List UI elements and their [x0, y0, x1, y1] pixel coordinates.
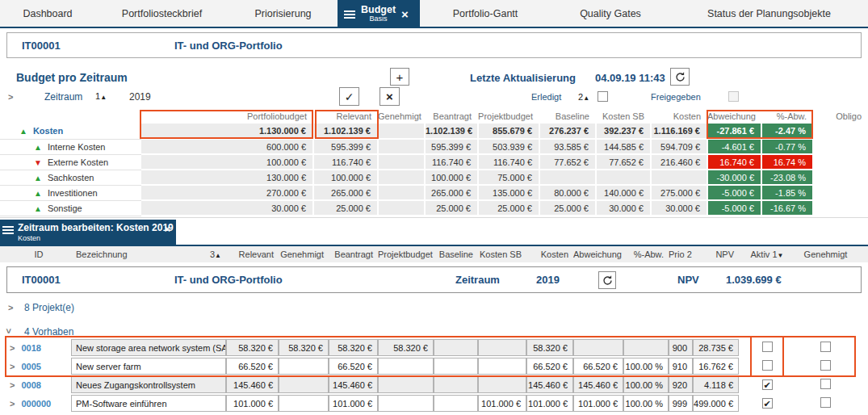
dcol-aktiv[interactable]: Aktiv 1▼ [739, 248, 795, 261]
bezeichnung-sort-indicator[interactable]: 3▲ [210, 249, 221, 259]
zeitraum-value[interactable]: 2019 [129, 91, 151, 103]
tab-dashboard[interactable]: Dashboard [0, 0, 95, 27]
col-obligo[interactable]: Obligo [813, 111, 868, 124]
zeitraum-sort-indicator[interactable]: 1▲ [95, 91, 107, 101]
cell[interactable] [434, 358, 478, 375]
cell[interactable]: 66.520 € [573, 358, 623, 375]
item-id-link[interactable]: 0018 [21, 343, 40, 353]
cell[interactable]: 58.320 € [329, 339, 378, 356]
dcol-kosten[interactable]: Kosten [526, 248, 573, 261]
aktiv-checkbox[interactable] [762, 398, 773, 409]
col-relevant[interactable]: Relevant [313, 111, 378, 124]
confirm-button[interactable]: ✓ [339, 87, 359, 106]
tab-priorisierung[interactable]: Priorisierung [229, 0, 338, 27]
cell[interactable] [434, 376, 478, 393]
chevron-right-icon[interactable]: > [8, 92, 13, 102]
cell-npv[interactable]: 4.118 € [693, 376, 739, 393]
col-projektbudget[interactable]: Projektbudget [478, 111, 539, 124]
cell-npv[interactable]: 16.762 € [693, 358, 739, 375]
cell[interactable]: 101.000 € [329, 395, 378, 412]
row-label-kosten[interactable]: Kosten [33, 126, 63, 136]
cell-prio[interactable]: 900 [669, 339, 693, 356]
cell[interactable] [378, 376, 434, 393]
cell[interactable] [378, 358, 434, 375]
item-name-cell[interactable]: New storage area network system (SAN) [71, 339, 226, 356]
aktiv-checkbox[interactable] [762, 342, 773, 352]
zeitraum-label[interactable]: Zeitraum [44, 91, 82, 103]
cell[interactable]: 66.520 € [526, 358, 573, 375]
dcol-id[interactable]: ID [6, 248, 71, 261]
cell[interactable] [434, 395, 478, 412]
cancel-button[interactable]: × [379, 87, 400, 106]
hamburger-icon[interactable] [344, 10, 355, 19]
dcol-bezeichnung[interactable]: Bezeichnung3▲ [71, 248, 226, 261]
cell[interactable]: 101.000 € [226, 395, 279, 412]
row-label[interactable]: Sachkosten [48, 173, 94, 182]
dcol-abweichung[interactable]: Abweichung [573, 248, 623, 261]
dcol-projektbudget[interactable]: Projektbudget [378, 248, 434, 261]
cell[interactable]: 58.320 € [279, 339, 329, 356]
freigegeben-checkbox[interactable] [728, 91, 739, 102]
cell-npv[interactable]: 499.000 € [693, 395, 739, 412]
add-button[interactable]: + [390, 68, 409, 86]
erledigt-checkbox[interactable] [598, 91, 608, 102]
zeitraum-value[interactable]: 2019 [536, 274, 560, 286]
col-baseline[interactable]: Baseline [539, 111, 596, 124]
refresh-button[interactable] [670, 68, 690, 86]
chevron-right-icon[interactable]: > [10, 380, 15, 390]
aktiv-sort-indicator[interactable]: 1▼ [772, 249, 783, 259]
chevron-down-icon[interactable]: > [4, 329, 14, 333]
close-icon[interactable]: × [401, 8, 409, 20]
item-id-link[interactable]: 0008 [21, 380, 40, 390]
tab-portfoliosteckbrief[interactable]: Portfoliosteckbrief [95, 0, 229, 27]
tab-budget-active[interactable]: Budget Basis × [338, 0, 420, 28]
item-name-cell[interactable]: New server farm [71, 358, 226, 375]
cell-npv[interactable]: 28.735 € [693, 339, 739, 356]
hamburger-icon[interactable] [2, 226, 14, 234]
dcol-prio[interactable]: Prio 2▼ [669, 248, 693, 261]
prio-sort-indicator[interactable]: 2▼ [687, 249, 693, 259]
erledigt-sort-indicator[interactable]: 2▲ [578, 92, 589, 102]
cell[interactable]: 66.520 € [226, 358, 279, 375]
dcol-genehmigt2[interactable]: Genehmigt [795, 248, 856, 261]
group-vorhaben[interactable]: 4 Vorhaben [24, 326, 73, 337]
cell[interactable] [279, 376, 329, 393]
cell[interactable]: 145.460 € [526, 376, 573, 393]
cell-prio[interactable]: 999 [669, 395, 693, 412]
cell[interactable]: 145.460 € [329, 376, 378, 393]
cell[interactable] [279, 395, 329, 412]
genehmigt-checkbox[interactable] [820, 342, 831, 352]
dcol-beantragt[interactable]: Beantragt [329, 248, 378, 261]
cell[interactable] [478, 339, 526, 356]
chevron-right-icon[interactable]: > [10, 362, 15, 371]
genehmigt-checkbox[interactable] [820, 397, 831, 408]
col-portfoliobudget[interactable]: Portfoliobudget [141, 111, 313, 124]
dcol-relevant[interactable]: Relevant [226, 248, 279, 261]
dcol-baseline[interactable]: Baseline [434, 248, 478, 261]
dcol-npv[interactable]: NPV [693, 248, 739, 261]
cell[interactable]: 100.00 % [623, 358, 669, 375]
item-name-cell[interactable]: Neues Zugangskontrollsystem [71, 376, 226, 393]
cell[interactable] [478, 358, 526, 375]
dcol-genehmigt[interactable]: Genehmigt [279, 248, 329, 261]
chevron-right-icon[interactable]: > [8, 303, 13, 312]
item-id-link[interactable]: 0005 [21, 362, 40, 371]
refresh-button[interactable] [598, 271, 616, 289]
cell[interactable]: 66.520 € [329, 358, 378, 375]
edit-tab[interactable]: Zeitraum bearbeiten: Kosten 2019 Kosten … [0, 220, 176, 245]
cell[interactable]: 58.320 € [378, 339, 434, 356]
tab-quality-gates[interactable]: Quality Gates [551, 0, 670, 27]
cell[interactable]: 101.000 € [478, 395, 526, 412]
row-label[interactable]: Externe Kosten [48, 157, 108, 167]
cell[interactable]: 145.460 € [573, 376, 623, 393]
col-abweichung[interactable]: Abweichung [707, 111, 761, 124]
dcol-pct-abw[interactable]: %-Abw. [623, 248, 669, 261]
cell[interactable] [279, 358, 329, 375]
col-pct-abw[interactable]: %-Abw. [761, 111, 813, 124]
chevron-right-icon[interactable]: > [10, 343, 15, 353]
cell[interactable]: 100.00 % [623, 376, 669, 393]
item-id-link[interactable]: 000000 [21, 399, 51, 409]
cell-prio[interactable]: 910 [669, 358, 693, 375]
cell[interactable] [573, 339, 623, 356]
tab-portfolio-gantt[interactable]: Portfolio-Gantt [420, 0, 551, 27]
